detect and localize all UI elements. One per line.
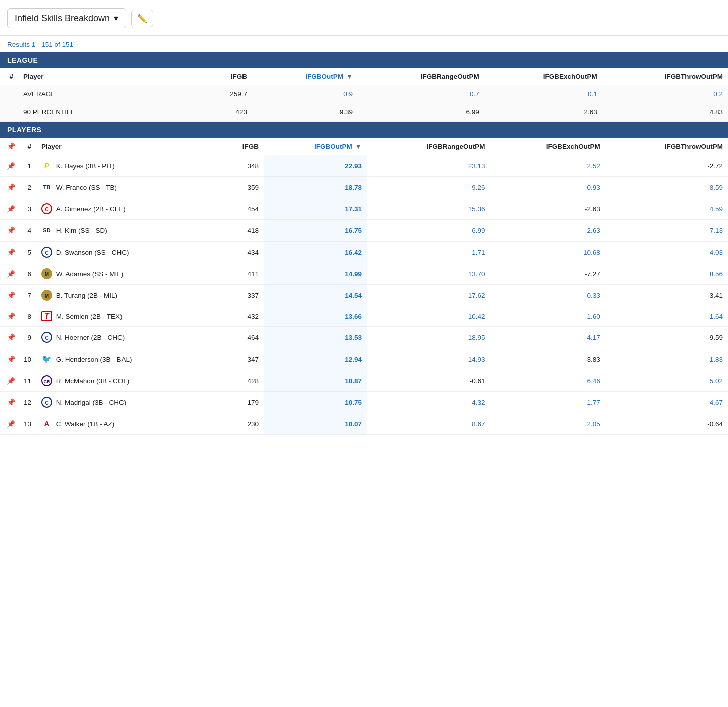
avg-ifgb: 259.7: [202, 85, 252, 103]
ifgb-cell: 359: [216, 177, 264, 198]
col-header-ifgboutpm[interactable]: IFGBOutPM ▼: [264, 138, 367, 155]
rank-cell: 11: [18, 370, 36, 392]
ifgbrangeoutpm-cell: -0.61: [367, 370, 491, 392]
pin-cell[interactable]: 📌: [0, 177, 18, 198]
chevron-down-icon: ▾: [114, 13, 118, 24]
pin-cell[interactable]: 📌: [0, 242, 18, 263]
avg-ifgbthrowoutpm: 0.2: [602, 85, 728, 103]
pin-icon[interactable]: 📌: [7, 162, 15, 170]
pin-icon[interactable]: 📌: [7, 248, 15, 256]
pin-cell[interactable]: 📌: [0, 392, 18, 413]
pin-icon[interactable]: 📌: [7, 270, 15, 278]
player-name: M. Semien (2B - TEX): [56, 313, 123, 320]
pin-cell[interactable]: 📌: [0, 327, 18, 348]
ifgbthrowoutpm-cell: 7.13: [605, 220, 728, 242]
ifgbthrowoutpm-cell: 4.03: [605, 242, 728, 263]
player-name: K. Hayes (3B - PIT): [56, 162, 115, 170]
col-header-ifgbrangeoutpm-league[interactable]: IFGBRangeOutPM: [358, 68, 484, 85]
col-header-ifgb-league: IFGB: [202, 68, 252, 85]
results-bar: Results 1 - 151 of 151: [0, 36, 728, 52]
col-header-ifgbexchoutpm-league[interactable]: IFGBExchOutPM: [484, 68, 602, 85]
pct-ifgbexchoutpm: 2.63: [484, 103, 602, 122]
player-name: W. Adames (SS - MIL): [56, 270, 124, 278]
pin-icon[interactable]: 📌: [7, 291, 15, 299]
players-section-header: PLAYERS: [0, 122, 728, 138]
avg-ifgboutpm: 0.9: [252, 85, 358, 103]
player-name: R. McMahon (3B - COL): [56, 377, 130, 385]
ifgboutpm-cell: 22.93: [264, 155, 367, 177]
pin-icon[interactable]: 📌: [7, 420, 15, 428]
ifgbexchoutpm-cell: 6.46: [490, 370, 605, 392]
player-cell: T M. Semien (2B - TEX): [36, 306, 216, 327]
ifgbrangeoutpm-cell: 23.13: [367, 155, 491, 177]
pin-cell[interactable]: 📌: [0, 348, 18, 370]
ifgbexchoutpm-cell: -3.83: [490, 348, 605, 370]
table-row: 90 PERCENTILE 423 9.39 6.99 2.63 4.83: [0, 103, 728, 122]
pin-cell[interactable]: 📌: [0, 413, 18, 435]
col-header-ifgb: IFGB: [216, 138, 264, 155]
table-row: 📌 2 TB W. Franco (SS - TB) 359 18.78 9.2…: [0, 177, 728, 198]
ifgboutpm-cell: 16.42: [264, 242, 367, 263]
league-table: # Player IFGB IFGBOutPM ▼ IFGBRangeOutPM…: [0, 68, 728, 122]
pin-cell[interactable]: 📌: [0, 198, 18, 220]
pin-cell[interactable]: 📌: [0, 285, 18, 306]
players-table-container: 📌 # Player IFGB IFGBOutPM ▼ IFGBRangeOut…: [0, 138, 728, 435]
ifgboutpm-cell: 10.07: [264, 413, 367, 435]
avg-ifgbexchoutpm: 0.1: [484, 85, 602, 103]
pin-icon[interactable]: 📌: [7, 205, 15, 213]
ifgb-cell: 411: [216, 263, 264, 285]
ifgbexchoutpm-cell: 10.68: [490, 242, 605, 263]
player-name: D. Swanson (SS - CHC): [56, 249, 129, 256]
edit-button[interactable]: ✏️: [131, 10, 153, 27]
ifgbexchoutpm-cell: 4.17: [490, 327, 605, 348]
pin-cell[interactable]: 📌: [0, 220, 18, 242]
pin-icon[interactable]: 📌: [7, 355, 15, 363]
player-cell: TB W. Franco (SS - TB): [36, 177, 216, 198]
ifgboutpm-cell: 18.78: [264, 177, 367, 198]
pin-icon[interactable]: 📌: [7, 333, 15, 341]
col-header-ifgbthrowoutpm-league[interactable]: IFGBThrowOutPM: [602, 68, 728, 85]
player-cell: A C. Walker (1B - AZ): [36, 413, 216, 435]
player-name: N. Madrigal (3B - CHC): [56, 399, 127, 406]
col-header-ifgbrangeoutpm[interactable]: IFGBRangeOutPM: [367, 138, 491, 155]
pin-cell[interactable]: 📌: [0, 306, 18, 327]
pin-cell[interactable]: 📌: [0, 155, 18, 177]
ifgbthrowoutpm-cell: 1.64: [605, 306, 728, 327]
col-header-ifgboutpm-league[interactable]: IFGBOutPM ▼: [252, 68, 358, 85]
player-cell: C A. Gimenez (2B - CLE): [36, 198, 216, 220]
rank-cell: 12: [18, 392, 36, 413]
ifgb-cell: 348: [216, 155, 264, 177]
pin-icon[interactable]: 📌: [7, 183, 15, 191]
rank-cell: 7: [18, 285, 36, 306]
title-dropdown[interactable]: Infield Skills Breakdown ▾: [7, 8, 126, 28]
pin-cell[interactable]: 📌: [0, 370, 18, 392]
pin-icon[interactable]: 📌: [7, 312, 15, 320]
ifgbrangeoutpm-cell: 13.70: [367, 263, 491, 285]
ifgbthrowoutpm-cell: 4.59: [605, 198, 728, 220]
ifgb-cell: 347: [216, 348, 264, 370]
ifgbexchoutpm-cell: 2.63: [490, 220, 605, 242]
avg-hash: [0, 85, 18, 103]
ifgbthrowoutpm-cell: 4.67: [605, 392, 728, 413]
pin-icon[interactable]: 📌: [7, 398, 15, 406]
ifgbthrowoutpm-cell: -2.72: [605, 155, 728, 177]
ifgb-cell: 434: [216, 242, 264, 263]
ifgbrangeoutpm-cell: 15.36: [367, 198, 491, 220]
player-cell: SD H. Kim (SS - SD): [36, 220, 216, 242]
table-row: 📌 11 CR R. McMahon (3B - COL) 428 10.87 …: [0, 370, 728, 392]
pct-ifgb: 423: [202, 103, 252, 122]
table-row: 📌 7 M B. Turang (2B - MIL) 337 14.54 17.…: [0, 285, 728, 306]
col-header-pin: 📌: [0, 138, 18, 155]
pct-ifgbthrowoutpm: 4.83: [602, 103, 728, 122]
rank-cell: 9: [18, 327, 36, 348]
col-header-hash: #: [0, 68, 18, 85]
pin-icon[interactable]: 📌: [7, 377, 15, 385]
player-cell: C N. Madrigal (3B - CHC): [36, 392, 216, 413]
col-header-ifgbexchoutpm[interactable]: IFGBExchOutPM: [490, 138, 605, 155]
col-header-ifgbthrowoutpm[interactable]: IFGBThrowOutPM: [605, 138, 728, 155]
ifgbthrowoutpm-cell: -3.41: [605, 285, 728, 306]
table-row: 📌 8 T M. Semien (2B - TEX) 432 13.66 10.…: [0, 306, 728, 327]
pin-icon[interactable]: 📌: [7, 226, 15, 234]
table-row: 📌 1 P K. Hayes (3B - PIT) 348 22.93 23.1…: [0, 155, 728, 177]
pin-cell[interactable]: 📌: [0, 263, 18, 285]
